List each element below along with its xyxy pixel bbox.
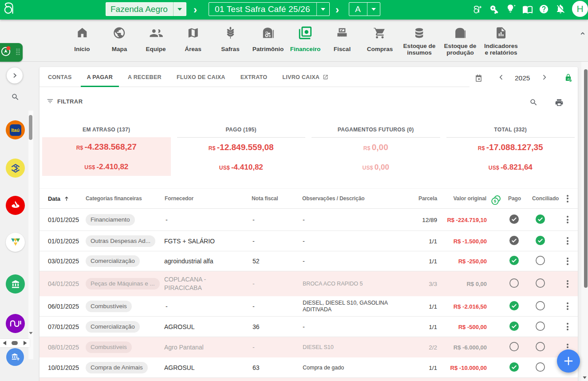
svg-text:$: $ (494, 198, 497, 203)
